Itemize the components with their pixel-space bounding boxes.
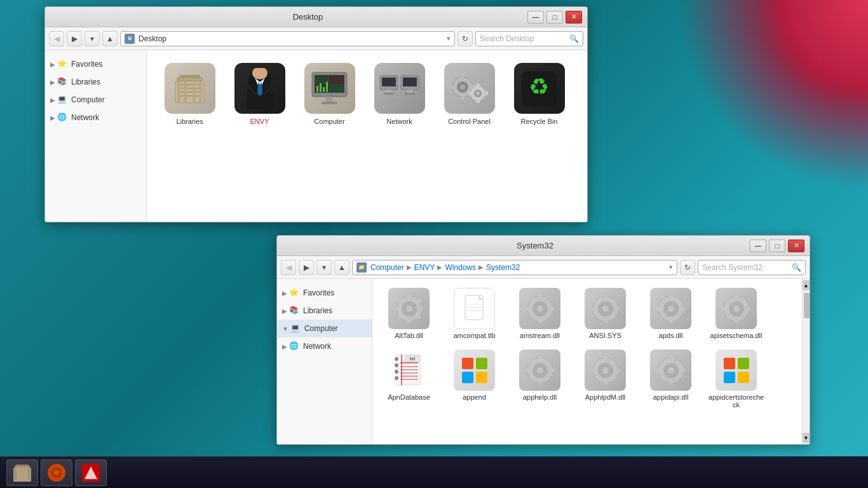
sidebar-item-libraries[interactable]: ▶ 📚 Libraries [45,73,146,91]
breadcrumb-system32[interactable]: System32 [486,263,520,272]
desktop-window-controls: ─ □ ✕ [527,11,582,24]
network-sidebar-icon: 🌐 [57,112,67,123]
svg-rect-116 [538,380,542,384]
forward-button[interactable]: ▶ [67,31,82,46]
svg-point-82 [668,306,674,312]
file-appidcert[interactable]: appidcertstorecheck [706,347,766,411]
svg-rect-133 [724,358,735,369]
sys32-close-button[interactable]: ✕ [788,240,804,252]
sys32-dropdown-button[interactable]: ▾ [316,260,332,275]
svg-rect-70 [538,318,542,323]
sys32-address-dropdown[interactable]: ▾ [669,263,673,271]
sys32-sidebar-computer[interactable]: ▼ 💻 Computer [277,320,372,337]
scrollbar[interactable]: ▲ ▼ [802,279,810,444]
apisetschema-label: apisetschema.dll [710,332,763,339]
controlpanel-desktop-icon[interactable]: Control Panel [439,63,499,125]
sys32-maximize-button[interactable]: □ [769,240,785,252]
svg-rect-45 [476,84,480,87]
file-apds[interactable]: apds.dll [641,285,701,342]
envy-label: ENVY [250,118,269,125]
svg-rect-9 [184,81,187,103]
close-button[interactable]: ✕ [566,11,582,24]
sidebar-item-network[interactable]: ▶ 🌐 Network [45,109,146,126]
svg-point-105 [395,376,398,380]
file-apndatabase[interactable]: txt ApnDatabase [379,347,439,411]
svg-rect-47 [468,92,471,95]
appidcert-label: appidcertstorecheck [708,393,765,409]
file-apisetschema[interactable]: apisetschema.dll [706,285,766,342]
alttab-icon-img [388,288,430,329]
svg-rect-134 [738,358,749,369]
svg-rect-30 [403,78,417,86]
computer-label: Computer [314,118,344,125]
libraries-icon-img [165,63,215,114]
svg-rect-2 [179,75,200,78]
svg-rect-117 [526,369,531,372]
breadcrumb-windows[interactable]: Windows [445,263,476,272]
amcompat-icon-img [454,288,495,329]
svg-rect-76 [604,295,607,299]
svg-rect-72 [550,307,554,311]
sys32-minimize-button[interactable]: ─ [750,240,766,252]
scroll-thumb[interactable] [804,293,810,318]
sidebar-item-favorites[interactable]: ▶ ⭐ Favorites [45,55,146,73]
taskbar-audio-button[interactable] [41,459,72,486]
sys32-refresh-button[interactable]: ↻ [680,260,695,275]
address-bar[interactable]: 🖥 Desktop ▾ [120,31,455,46]
svg-point-114 [537,367,543,374]
network-desktop-icon[interactable]: Network [369,63,430,125]
desktop-window: Desktop ─ □ ✕ ◀ ▶ ▾ ▲ 🖥 Desktop ▾ ↻ Sear… [44,6,588,222]
sidebar-item-computer[interactable]: ▶ 💻 Computer [45,91,146,109]
maximize-button[interactable]: □ [546,11,563,24]
recyclebin-desktop-icon[interactable]: ♻ Recycle Bin [509,63,569,125]
network-label: Network [386,118,412,125]
sys32-sidebar-network[interactable]: ▶ 🌐 Network [277,337,372,355]
sys32-sidebar-label-favorites: Favorites [303,288,334,297]
breadcrumb-sep-1: ▶ [407,264,412,271]
file-appidapi[interactable]: appidapi.dll [641,347,701,411]
minimize-button[interactable]: ─ [527,11,544,24]
scroll-down-button[interactable]: ▼ [803,433,810,443]
sidebar-label-computer: Computer [71,95,105,104]
dropdown-button[interactable]: ▾ [85,31,100,46]
taskbar-torrent-button[interactable] [75,459,107,486]
taskbar-libraries-button[interactable] [6,459,38,486]
file-append[interactable]: append [444,347,505,411]
svg-rect-110 [462,372,473,383]
sys32-sidebar-libraries[interactable]: ▶ 📚 Libraries [277,302,372,320]
appidapi-label: appidapi.dll [653,393,689,401]
file-alttab[interactable]: AltTab.dll [379,285,439,342]
up-button[interactable]: ▲ [102,31,118,46]
sys32-address-bar[interactable]: 📁 Computer ▶ ENVY ▶ Windows ▶ System32 ▾ [352,260,677,275]
search-bar[interactable]: Search Desktop 🔍 [475,31,583,46]
file-ansi[interactable]: ANSI.SYS [575,285,635,342]
svg-rect-24 [326,82,328,92]
sys32-up-button[interactable]: ▲ [334,260,349,275]
sys32-forward-button[interactable]: ▶ [299,260,314,275]
refresh-button[interactable]: ↻ [458,31,473,46]
back-button[interactable]: ◀ [49,31,64,46]
breadcrumb-computer[interactable]: Computer [370,263,404,272]
scroll-up-button[interactable]: ▲ [803,280,810,290]
svg-rect-20 [322,102,337,104]
breadcrumb-envy[interactable]: ENVY [414,263,435,272]
sys32-search-bar[interactable]: Search System32 🔍 [698,260,806,275]
address-dropdown[interactable]: ▾ [447,34,451,43]
apphlpdm-label: ApphlpdM.dll [585,393,626,401]
sys32-sidebar-favorites[interactable]: ▶ ⭐ Favorites [277,284,372,302]
svg-rect-79 [615,307,620,311]
libraries-desktop-icon[interactable]: Libraries [159,63,220,125]
svg-point-102 [395,357,398,361]
svg-point-128 [668,367,674,374]
file-amcompat[interactable]: amcompat.tlb [444,285,505,342]
svg-rect-26 [382,78,396,86]
computer-desktop-icon[interactable]: Computer [299,63,360,125]
envy-desktop-icon[interactable]: ENVY [229,63,290,125]
apphelp-label: apphelp.dll [523,393,557,401]
file-amstream[interactable]: amstream.dll [510,285,570,342]
file-apphelp[interactable]: apphelp.dll [510,347,570,411]
svg-rect-10 [193,81,196,103]
libraries-icon: 📚 [57,77,67,87]
sys32-back-button[interactable]: ◀ [281,260,296,275]
file-apphlpdm[interactable]: ApphlpdM.dll [575,347,635,411]
